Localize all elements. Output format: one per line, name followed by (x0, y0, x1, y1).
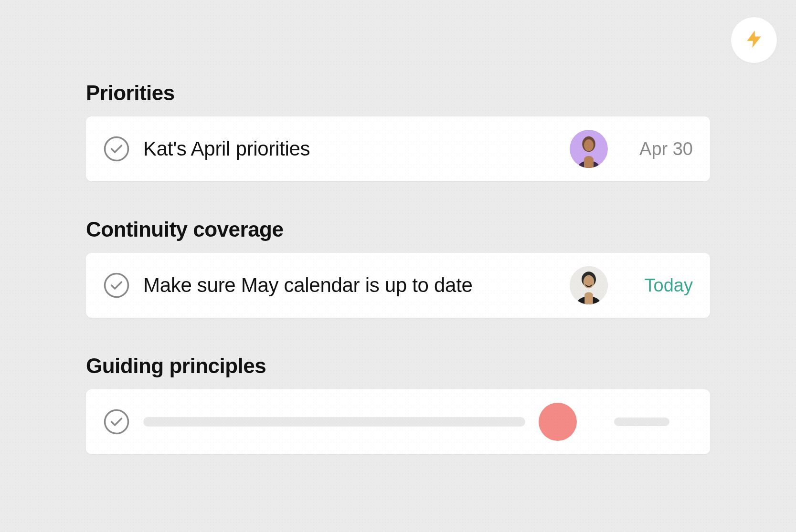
task-row[interactable]: Kat's April priorities Apr 30 (86, 116, 710, 181)
complete-check-icon[interactable] (103, 136, 130, 162)
section-title: Priorities (86, 81, 710, 105)
complete-check-icon[interactable] (103, 408, 130, 435)
assignee-avatar[interactable] (570, 130, 608, 168)
section-continuity-coverage: Continuity coverage Make sure May calend… (86, 218, 710, 318)
section-title: Guiding principles (86, 354, 710, 378)
task-title: Kat's April priorities (143, 137, 556, 160)
lightning-icon (743, 29, 764, 52)
task-row[interactable] (86, 389, 710, 454)
complete-check-icon[interactable] (103, 272, 130, 299)
section-title: Continuity coverage (86, 218, 710, 241)
task-row[interactable]: Make sure May calendar is up to date Tod… (86, 253, 710, 318)
task-title: Make sure May calendar is up to date (143, 274, 556, 297)
due-date: Apr 30 (631, 139, 693, 159)
task-title-placeholder (143, 417, 525, 427)
section-guiding-principles: Guiding principles (86, 354, 710, 454)
due-date-placeholder (614, 417, 669, 426)
assignee-avatar[interactable] (570, 266, 608, 304)
assignee-avatar[interactable] (539, 403, 577, 441)
svg-point-8 (105, 410, 128, 434)
svg-point-4 (105, 274, 128, 297)
svg-point-3 (584, 139, 594, 151)
section-priorities: Priorities Kat's April priorities Apr 30 (86, 81, 710, 181)
due-date: Today (631, 275, 693, 296)
automation-button[interactable] (731, 17, 777, 63)
svg-point-0 (105, 137, 128, 161)
